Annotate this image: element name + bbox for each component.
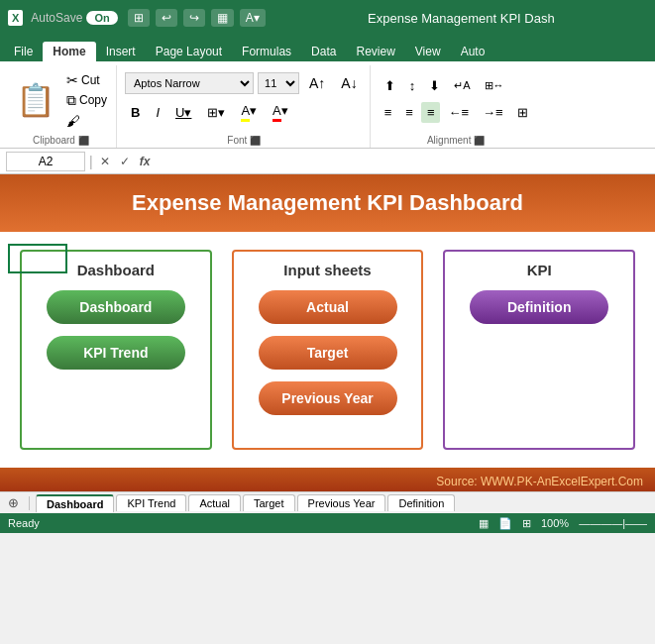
align-left-button[interactable]: ≡: [379, 102, 398, 123]
dashboard-section-title: Dashboard: [77, 262, 155, 278]
formula-input[interactable]: [157, 153, 649, 170]
view-normal-icon[interactable]: ▦: [479, 517, 489, 530]
formula-bar: | ✕ ✓ fx: [0, 149, 655, 174]
format-painter-button[interactable]: 🖌: [63, 112, 110, 130]
add-sheet-button[interactable]: ⊕: [4, 493, 23, 512]
decrease-font-button[interactable]: A↓: [335, 72, 363, 94]
underline-button[interactable]: U▾: [169, 102, 197, 123]
dashboard-button[interactable]: Dashboard: [47, 290, 185, 324]
tab-review[interactable]: Review: [346, 42, 404, 61]
insert-function-icon[interactable]: fx: [137, 154, 154, 169]
autosave-label: AutoSave: [31, 11, 82, 25]
excel-logo: X: [8, 10, 23, 26]
save-icon[interactable]: ⊞: [128, 9, 150, 27]
tab-view[interactable]: View: [405, 42, 451, 61]
font-selector-row: Aptos Narrow 11 A↑ A↓: [125, 72, 364, 94]
font-family-select[interactable]: Aptos Narrow: [125, 72, 254, 94]
merge-button[interactable]: ⊞↔: [479, 75, 510, 96]
sheet-title: Expense Management KPI Dashboard: [0, 174, 655, 232]
paste-button[interactable]: 📋: [12, 79, 59, 121]
view-page-icon[interactable]: 📄: [498, 517, 512, 530]
copy-button[interactable]: ⧉ Copy: [63, 91, 110, 110]
align-bottom-button[interactable]: ⬇: [423, 75, 446, 96]
italic-button[interactable]: I: [150, 102, 165, 123]
input-sheets-section-title: Input sheets: [283, 262, 371, 278]
confirm-formula-icon[interactable]: ✓: [117, 154, 133, 169]
clipboard-label: Clipboard ⬛: [33, 135, 89, 146]
tab-divider: [29, 496, 30, 510]
definition-button[interactable]: Definition: [470, 290, 608, 324]
align-right-button[interactable]: ≡: [421, 102, 441, 123]
font-color-icon[interactable]: A▾: [240, 9, 266, 27]
sheet-tab-definition[interactable]: Definition: [387, 494, 455, 511]
sheet-tab-dashboard[interactable]: Dashboard: [36, 494, 114, 512]
cell-reference-input[interactable]: [6, 152, 85, 171]
clipboard-sub-buttons: ✂ Cut ⧉ Copy 🖌: [63, 71, 110, 130]
sheet-tabs: ⊕ Dashboard KPI Trend Actual Target Prev…: [0, 491, 655, 513]
font-color-button[interactable]: A▾: [267, 100, 294, 125]
tab-auto[interactable]: Auto: [451, 42, 495, 61]
align-middle-button[interactable]: ↕: [403, 75, 422, 96]
border-button[interactable]: ⊞▾: [201, 102, 231, 123]
wrap-text-button[interactable]: ↵A: [448, 75, 476, 96]
ribbon: 📋 ✂ Cut ⧉ Copy 🖌 Clipboard ⬛ Aptos Narro…: [0, 61, 655, 149]
previous-year-button[interactable]: Previous Year: [259, 381, 397, 415]
cancel-formula-icon[interactable]: ✕: [97, 154, 113, 169]
sheet-tab-actual[interactable]: Actual: [188, 494, 241, 511]
actual-button[interactable]: Actual: [259, 290, 397, 324]
status-right: ▦ 📄 ⊞ 100% ————|——: [479, 517, 647, 530]
sheet-footer: Source: WWW.PK-AnExcelExpert.Com: [0, 468, 655, 491]
increase-indent-button[interactable]: →≡: [477, 102, 509, 123]
dashboard-box: Dashboard Dashboard KPI Trend: [20, 250, 212, 450]
tab-insert[interactable]: Insert: [96, 42, 146, 61]
autosave-toggle[interactable]: On: [86, 11, 117, 25]
horizontal-align-row: ≡ ≡ ≡ ←≡ →≡ ⊞: [379, 102, 534, 123]
align-center-button[interactable]: ≡: [399, 102, 419, 123]
clipboard-group: 📋 ✂ Cut ⧉ Copy 🖌 Clipboard ⬛: [6, 65, 117, 148]
font-size-select[interactable]: 11: [258, 72, 299, 94]
zoom-slider[interactable]: ————|——: [579, 517, 647, 529]
bold-button[interactable]: B: [125, 102, 146, 123]
title-bar: X AutoSave On ⊞ ↩ ↪ ▦ A▾ Expense Managem…: [0, 0, 655, 36]
window-title: Expense Management KPI Dash: [275, 11, 647, 26]
tab-data[interactable]: Data: [301, 42, 346, 61]
tab-page-layout[interactable]: Page Layout: [146, 42, 232, 61]
cut-button[interactable]: ✂ Cut: [63, 71, 110, 89]
sheet-area: Expense Management KPI Dashboard Dashboa…: [0, 174, 655, 491]
quick-access-toolbar: ⊞ ↩ ↪ ▦ A▾: [128, 9, 266, 27]
target-button[interactable]: Target: [259, 336, 397, 370]
status-bar: Ready ▦ 📄 ⊞ 100% ————|——: [0, 513, 655, 533]
decrease-indent-button[interactable]: ←≡: [442, 102, 475, 123]
wrap-cells-button[interactable]: ⊞: [511, 102, 534, 123]
alignment-group: ⬆ ↕ ⬇ ↵A ⊞↔ ≡ ≡ ≡ ←≡ →≡ ⊞ Alignment ⬛: [373, 65, 540, 148]
tab-home[interactable]: Home: [43, 42, 95, 61]
grid-icon[interactable]: ▦: [211, 9, 234, 27]
zoom-level: 100%: [541, 517, 569, 529]
footer-source: Source: WWW.PK-AnExcelExpert.Com: [436, 475, 643, 488]
formula-sep: |: [89, 154, 93, 169]
sheet-title-text: Expense Management KPI Dashboard: [132, 190, 523, 216]
font-group: Aptos Narrow 11 A↑ A↓ B I U▾ ⊞▾ A▾ A▾: [119, 65, 371, 148]
font-label: Font ⬛: [227, 135, 261, 146]
view-layout-icon[interactable]: ⊞: [522, 517, 531, 530]
tab-file[interactable]: File: [4, 42, 43, 61]
align-top-button[interactable]: ⬆: [379, 75, 401, 96]
sheet-tab-target[interactable]: Target: [243, 494, 295, 511]
vertical-align-row: ⬆ ↕ ⬇ ↵A ⊞↔: [379, 75, 534, 96]
kpi-section-title: KPI: [527, 262, 552, 278]
undo-icon[interactable]: ↩: [156, 9, 177, 27]
tab-formulas[interactable]: Formulas: [232, 42, 301, 61]
redo-icon[interactable]: ↪: [183, 9, 205, 27]
ribbon-tabs: File Home Insert Page Layout Formulas Da…: [0, 36, 655, 61]
kpi-box: KPI Definition: [443, 250, 635, 450]
alignment-label: Alignment ⬛: [427, 135, 485, 146]
sheet-tab-previous-year[interactable]: Previous Year: [297, 494, 386, 511]
formula-icons: ✕ ✓ fx: [97, 154, 154, 169]
increase-font-button[interactable]: A↑: [303, 72, 331, 94]
fill-color-button[interactable]: A▾: [235, 100, 263, 125]
sheet-tab-kpi-trend[interactable]: KPI Trend: [116, 494, 186, 511]
ready-status: Ready: [8, 517, 40, 529]
kpi-trend-button[interactable]: KPI Trend: [47, 336, 185, 370]
navigation-area: Dashboard Dashboard KPI Trend Input shee…: [0, 232, 655, 468]
font-format-row: B I U▾ ⊞▾ A▾ A▾: [125, 100, 364, 125]
